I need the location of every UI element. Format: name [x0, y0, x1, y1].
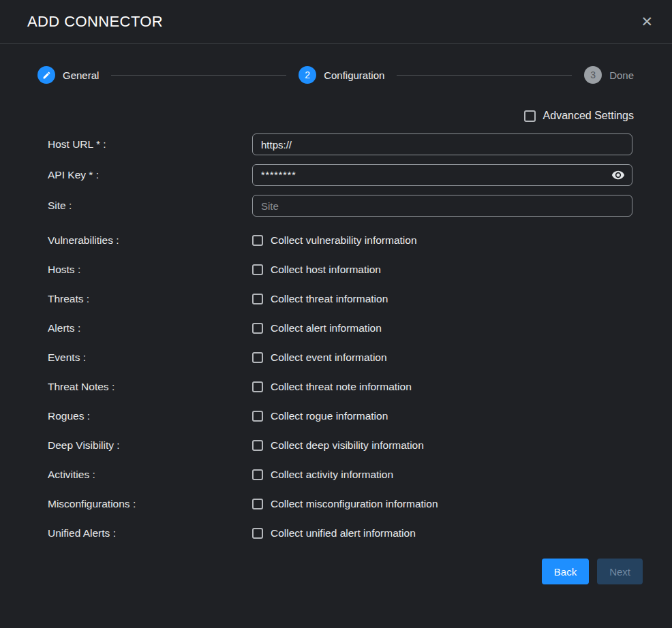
add-connector-modal: ADD CONNECTOR ✕ General 2 Configuration … — [0, 0, 672, 628]
rogues-checkbox-label[interactable]: Collect rogue information — [271, 410, 388, 422]
rogues-label: Rogues : — [48, 410, 252, 422]
activities-label: Activities : — [48, 469, 252, 481]
misconfigurations-label: Misconfigurations : — [48, 498, 252, 510]
site-row: Site : — [0, 195, 672, 217]
step-2-badge: 2 — [299, 66, 316, 84]
vulnerabilities-label: Vulnerabilities : — [48, 234, 252, 247]
unified-alerts-checkbox[interactable] — [252, 528, 263, 539]
alerts-row: Alerts : Collect alert information — [0, 313, 672, 343]
unified-alerts-label: Unified Alerts : — [48, 527, 252, 539]
events-checkbox[interactable] — [252, 352, 263, 363]
api-key-label: API Key * : — [48, 169, 252, 181]
alerts-checkbox[interactable] — [252, 323, 263, 334]
modal-footer: Back Next — [0, 559, 643, 584]
modal-title: ADD CONNECTOR — [27, 13, 163, 31]
vulnerabilities-checkbox[interactable] — [252, 235, 263, 246]
step-configuration-label: Configuration — [324, 69, 384, 81]
threat-notes-checkbox[interactable] — [252, 381, 263, 392]
step-general[interactable]: General — [37, 66, 99, 84]
unified-alerts-row: Unified Alerts : Collect unified alert i… — [0, 518, 672, 548]
modal-header: ADD CONNECTOR ✕ — [0, 0, 672, 44]
events-row: Events : Collect event information — [0, 343, 672, 372]
activities-row: Activities : Collect activity informatio… — [0, 460, 672, 489]
vulnerabilities-row: Vulnerabilities : Collect vulnerability … — [0, 225, 672, 255]
step-done[interactable]: 3 Done — [584, 66, 634, 84]
misconfigurations-checkbox[interactable] — [252, 499, 263, 509]
advanced-settings-checkbox[interactable] — [524, 110, 536, 122]
api-key-row: API Key * : — [0, 164, 672, 186]
configuration-form: Host URL * : API Key * : Site : Vulnerab… — [0, 134, 672, 548]
events-label: Events : — [48, 351, 252, 364]
host-url-row: Host URL * : — [0, 134, 672, 155]
activities-checkbox[interactable] — [252, 469, 263, 480]
threats-label: Threats : — [48, 293, 252, 305]
advanced-settings-label[interactable]: Advanced Settings — [543, 110, 634, 122]
misconfigurations-checkbox-label[interactable]: Collect misconfiguration information — [271, 498, 438, 510]
alerts-checkbox-label[interactable]: Collect alert information — [271, 322, 382, 334]
vulnerabilities-checkbox-label[interactable]: Collect vulnerability information — [271, 234, 417, 247]
threats-checkbox[interactable] — [252, 294, 263, 304]
hosts-checkbox-label[interactable]: Collect host information — [271, 264, 381, 276]
unified-alerts-checkbox-label[interactable]: Collect unified alert information — [271, 527, 416, 539]
threats-row: Threats : Collect threat information — [0, 284, 672, 313]
stepper-connector — [111, 75, 286, 76]
pencil-icon — [37, 66, 55, 84]
step-done-label: Done — [609, 69, 634, 81]
alerts-label: Alerts : — [48, 322, 252, 334]
deep-visibility-checkbox[interactable] — [252, 440, 263, 451]
activities-checkbox-label[interactable]: Collect activity information — [271, 469, 393, 481]
misconfigurations-row: Misconfigurations : Collect misconfigura… — [0, 489, 672, 518]
threat-notes-row: Threat Notes : Collect threat note infor… — [0, 372, 672, 401]
api-key-input[interactable] — [252, 164, 632, 186]
hosts-row: Hosts : Collect host information — [0, 255, 672, 284]
deep-visibility-row: Deep Visibility : Collect deep visibilit… — [0, 430, 672, 460]
events-checkbox-label[interactable]: Collect event information — [271, 351, 387, 364]
deep-visibility-checkbox-label[interactable]: Collect deep visibility information — [271, 439, 424, 452]
close-icon[interactable]: ✕ — [641, 14, 653, 29]
rogues-row: Rogues : Collect rogue information — [0, 401, 672, 430]
host-url-input[interactable] — [252, 134, 632, 155]
step-configuration[interactable]: 2 Configuration — [299, 66, 384, 84]
advanced-settings-row: Advanced Settings — [0, 110, 634, 122]
step-3-badge: 3 — [584, 66, 602, 84]
next-button[interactable]: Next — [597, 559, 643, 584]
visibility-eye-icon[interactable] — [611, 168, 625, 182]
threat-notes-label: Threat Notes : — [48, 381, 252, 393]
stepper-connector — [397, 75, 572, 76]
hosts-checkbox[interactable] — [252, 264, 263, 275]
host-url-label: Host URL * : — [48, 138, 252, 151]
step-general-label: General — [63, 69, 99, 81]
back-button[interactable]: Back — [542, 559, 589, 584]
deep-visibility-label: Deep Visibility : — [48, 439, 252, 452]
wizard-stepper: General 2 Configuration 3 Done — [37, 66, 634, 84]
threats-checkbox-label[interactable]: Collect threat information — [271, 293, 388, 305]
hosts-label: Hosts : — [48, 264, 252, 276]
site-label: Site : — [48, 200, 252, 212]
site-input[interactable] — [252, 195, 632, 217]
threat-notes-checkbox-label[interactable]: Collect threat note information — [271, 381, 412, 393]
rogues-checkbox[interactable] — [252, 411, 263, 422]
